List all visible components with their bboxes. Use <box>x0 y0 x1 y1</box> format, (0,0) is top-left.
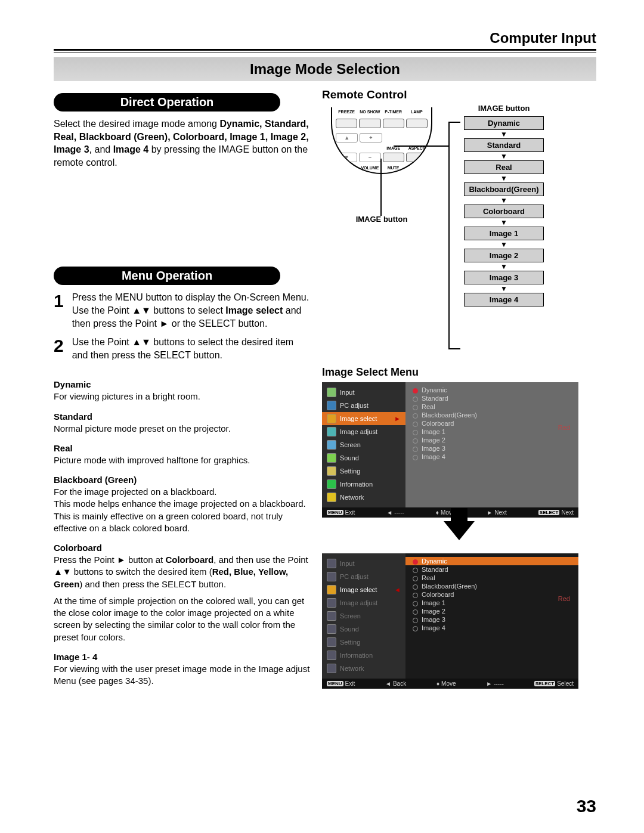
mode-desc: At the time of simple projection on the … <box>54 595 310 643</box>
mode-desc: Picture mode with improved halftone for … <box>54 454 310 466</box>
osd-option[interactable]: Colorboard <box>405 590 578 599</box>
osd-option-highlighted[interactable]: Dynamic <box>405 557 578 565</box>
osd-option[interactable]: Standard <box>405 565 578 574</box>
osd-menu-item[interactable]: Image adjust <box>322 425 405 438</box>
step-text: Use the Point ▲▼ buttons to select the d… <box>72 336 310 361</box>
txt: ) and then press the SELECT button. <box>79 579 226 589</box>
image-button[interactable] <box>383 153 404 162</box>
down-arrow-icon <box>444 521 475 540</box>
mode-name: Blackboard (Green) <box>54 475 310 485</box>
remote-label: MUTE <box>383 166 404 170</box>
osd-menu-item[interactable]: Input <box>322 557 405 570</box>
mode-desc: Press the Point ► button at Colorboard, … <box>54 554 310 590</box>
osd-menu-item[interactable]: Network <box>322 662 405 675</box>
flow-item: Dynamic <box>464 116 544 130</box>
txt-bold: Image 4 <box>113 144 149 154</box>
osd-option[interactable]: Image 1 <box>405 428 578 436</box>
osd-option[interactable]: Standard <box>405 394 578 402</box>
osd-option[interactable]: Image 1 <box>405 599 578 607</box>
osd-menu-item[interactable]: Sound <box>322 623 405 636</box>
osd-menu-item-selected[interactable]: Image select► <box>322 412 405 425</box>
osd-option[interactable]: Real <box>405 402 578 411</box>
osd-screenshot-1: Input PC adjust Image select► Image adju… <box>322 382 578 518</box>
txt: Press the Point ► button at <box>54 555 165 565</box>
osd-menu-item[interactable]: PC adjust <box>322 399 405 412</box>
remote-label: ASPECT <box>406 146 428 150</box>
osd-menu-item[interactable]: Sound <box>322 451 405 465</box>
osd-footer: MENUExit ◄ ----- ♦ Move ► Next SELECTNex… <box>322 507 578 518</box>
image-button-pointer-label: IMAGE button <box>322 215 441 224</box>
osd-menu-item[interactable]: Screen <box>322 609 405 623</box>
osd-option-selected[interactable]: Dynamic <box>405 386 578 394</box>
flow-label: IMAGE button <box>459 104 549 113</box>
remote-label: NO SHOW <box>359 110 380 114</box>
step-number: 2 <box>54 336 64 361</box>
flow-item: Image 4 <box>464 293 544 306</box>
osd-menu-item[interactable]: Setting <box>322 465 405 478</box>
osd-menu-item[interactable]: Input <box>322 386 405 399</box>
mode-desc: Normal picture mode preset on the projec… <box>54 423 310 435</box>
mode-desc: For the image projected on a blackboard.… <box>54 486 310 534</box>
osd-option[interactable]: Blackboard(Green) <box>405 582 578 590</box>
osd-menu-item[interactable]: PC adjust <box>322 570 405 583</box>
osd-option[interactable]: Image 3 <box>405 444 578 453</box>
page-number: 33 <box>577 796 596 816</box>
remote-control-heading: Remote Control <box>322 88 596 101</box>
step-2: 2 Use the Point ▲▼ buttons to select the… <box>54 336 310 361</box>
osd-menu-item-active[interactable]: Image select◄ <box>322 583 405 596</box>
txt: , and <box>89 144 113 154</box>
osd-menu-item[interactable]: Setting <box>322 636 405 649</box>
step-text: Press the MENU button to display the On-… <box>72 291 310 330</box>
flow-item: Colorboard <box>464 205 544 218</box>
txt-bold: Colorboard <box>165 555 213 565</box>
osd-screenshot-2: Input PC adjust Image select◄ Image adju… <box>322 553 578 689</box>
osd-option[interactable]: Real <box>405 574 578 582</box>
remote-label: D.ZOOM <box>336 166 357 170</box>
divider-thin <box>54 52 596 52</box>
osd-color-label: Red <box>558 424 570 431</box>
remote-label: IMAGE <box>383 146 404 150</box>
step-number: 1 <box>54 291 64 330</box>
osd-menu-item[interactable]: Network <box>322 491 405 504</box>
direct-operation-heading: Direct Operation <box>54 93 280 112</box>
remote-label: FREEZE <box>336 110 357 114</box>
remote-label: VOLUME <box>359 166 380 170</box>
osd-option[interactable]: Image 4 <box>405 453 578 461</box>
remote-label: P-TIMER <box>383 110 404 114</box>
osd-menu-item[interactable]: Image adjust <box>322 596 405 609</box>
direct-operation-text: Select the desired image mode among Dyna… <box>54 117 310 169</box>
osd-option[interactable]: Blackboard(Green) <box>405 411 578 419</box>
flow-item: Blackboard(Green) <box>464 182 544 196</box>
osd-option[interactable]: Image 2 <box>405 607 578 615</box>
image-mode-flow: IMAGE button Dynamic▼ Standard▼ Real▼ Bl… <box>459 104 549 306</box>
flow-item: Standard <box>464 138 544 152</box>
osd-menu-item[interactable]: Screen <box>322 438 405 451</box>
image-select-menu-heading: Image Select Menu <box>322 366 596 379</box>
mode-desc: For viewing pictures in a bright room. <box>54 391 310 402</box>
section-header: Computer Input <box>54 30 596 47</box>
mode-desc: For viewing with the user preset image m… <box>54 663 310 688</box>
menu-operation-heading: Menu Operation <box>54 267 280 285</box>
mode-name: Standard <box>54 411 310 422</box>
page-title: Image Mode Selection <box>54 57 596 81</box>
divider <box>54 49 596 51</box>
osd-option[interactable]: Image 4 <box>405 624 578 632</box>
mode-name: Image 1- 4 <box>54 652 310 662</box>
mode-name: Dynamic <box>54 379 310 389</box>
osd-color-label: Red <box>558 595 570 602</box>
flow-item: Image 3 <box>464 271 544 284</box>
mode-descriptions: Dynamic For viewing pictures in a bright… <box>54 379 310 687</box>
osd-menu-item[interactable]: Information <box>322 478 405 491</box>
osd-menu-item[interactable]: Information <box>322 649 405 662</box>
mode-name: Real <box>54 443 310 453</box>
osd-option[interactable]: Image 2 <box>405 436 578 444</box>
osd-option[interactable]: Image 3 <box>405 615 578 624</box>
mode-name: Colorboard <box>54 543 310 553</box>
flow-item: Real <box>464 160 544 174</box>
osd-option[interactable]: Colorboard <box>405 419 578 428</box>
step-1: 1 Press the MENU button to display the O… <box>54 291 310 330</box>
txt-bold: Image select <box>225 305 283 315</box>
remote-label: LAMP <box>406 110 428 114</box>
flow-item: Image 1 <box>464 227 544 240</box>
txt: Select the desired image mode among <box>54 119 219 129</box>
